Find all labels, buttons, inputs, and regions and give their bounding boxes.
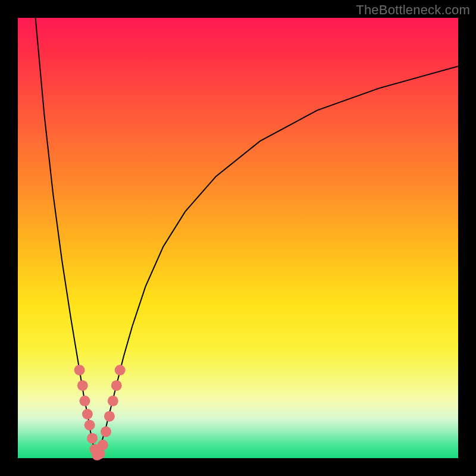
curve-left-path — [36, 18, 98, 456]
curve-group — [36, 18, 458, 456]
data-marker — [101, 427, 111, 437]
data-marker — [77, 380, 88, 391]
data-marker — [87, 433, 98, 444]
data-marker — [74, 365, 85, 375]
data-marker — [108, 396, 118, 406]
data-marker — [79, 396, 90, 406]
chart-frame: TheBottleneck.com — [0, 0, 476, 476]
data-marker — [82, 409, 93, 419]
data-marker — [98, 440, 108, 450]
data-marker — [84, 420, 95, 431]
curve-right-path — [97, 66, 458, 456]
watermark-text: TheBottleneck.com — [356, 2, 470, 18]
chart-overlay — [18, 18, 458, 458]
data-marker — [104, 411, 115, 422]
data-marker — [111, 380, 122, 391]
data-marker — [115, 365, 126, 375]
